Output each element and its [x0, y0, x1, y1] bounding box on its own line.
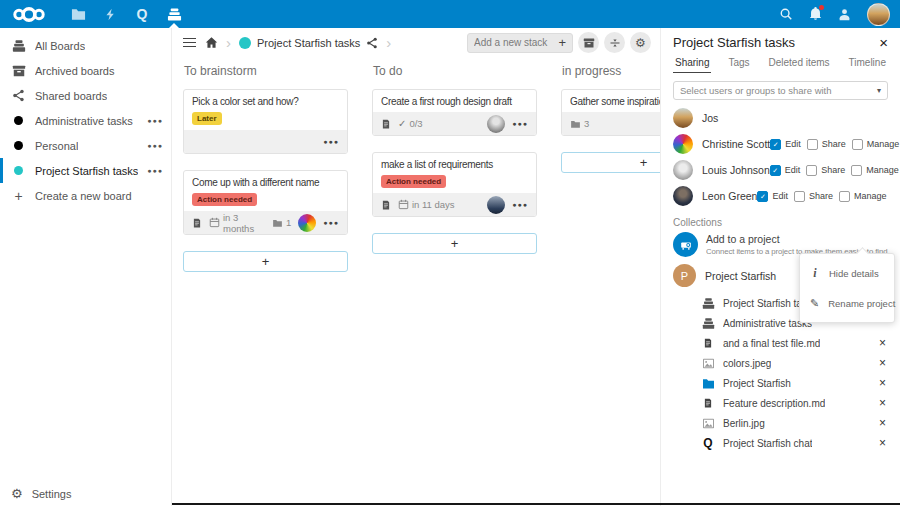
breadcrumb-board[interactable]: Project Starfish tasks: [239, 37, 378, 49]
share-checkbox[interactable]: [794, 191, 805, 202]
close-icon[interactable]: ×: [879, 35, 888, 50]
card[interactable]: Pick a color set and how? Later ●●●: [183, 89, 348, 154]
edit-checkbox[interactable]: ✓: [770, 139, 781, 150]
board-actions-menu[interactable]: ●●●: [147, 117, 163, 124]
edit-checkbox[interactable]: ✓: [757, 191, 768, 202]
share-checkbox[interactable]: [806, 165, 817, 176]
search-button[interactable]: [779, 7, 793, 21]
add-card-button[interactable]: +: [183, 251, 348, 272]
share-icon[interactable]: [366, 37, 378, 49]
settings-button[interactable]: ⚙ Settings: [0, 487, 82, 500]
card-label-action-needed: Action needed: [381, 175, 446, 188]
card[interactable]: Create a first rough design draft ✓ 0/3 …: [372, 89, 537, 136]
tab-tags[interactable]: Tags: [726, 57, 751, 73]
sidebar-item-label: Project Starfish tasks: [35, 165, 138, 177]
manage-checkbox[interactable]: [851, 165, 862, 176]
share-select-input[interactable]: Select users or groups to share with ▾: [673, 81, 888, 100]
board-main: › Project Starfish tasks › Add a new sta…: [172, 28, 660, 506]
remove-resource-icon[interactable]: ×: [879, 417, 886, 429]
contacts-button[interactable]: [838, 8, 851, 21]
sidebar-item-label: Shared boards: [35, 90, 107, 102]
sidebar-item-all-boards[interactable]: All Boards: [0, 33, 171, 58]
card[interactable]: Come up with a different name Action nee…: [183, 170, 348, 235]
resource-row[interactable]: Project Starfish ×: [673, 373, 888, 393]
sharee-list: Jos Christine Scott ✓ Edit Share Manage: [673, 105, 888, 209]
notification-dot: [819, 5, 824, 10]
pencil-icon: ✎: [810, 297, 819, 310]
home-icon[interactable]: [205, 36, 218, 49]
add-to-project-title: Add to a project: [706, 233, 888, 245]
talk-app-button[interactable]: Q: [126, 0, 158, 28]
sharee-row-christine-scott: Christine Scott ✓ Edit Share Manage: [673, 131, 888, 157]
resource-name: and a final test file.md: [723, 338, 820, 349]
resource-row[interactable]: colors.jpeg ×: [673, 353, 888, 373]
remove-resource-icon[interactable]: ×: [879, 337, 886, 349]
sidebar-item-shared-boards[interactable]: Shared boards: [0, 83, 171, 108]
sharee-name: Jos: [702, 112, 718, 124]
settings-label: Settings: [32, 488, 72, 500]
remove-resource-icon[interactable]: ×: [879, 397, 886, 409]
resource-row[interactable]: and a final test file.md ×: [673, 333, 888, 353]
resource-name: Feature description.md: [723, 398, 825, 409]
card-label-action-needed: Action needed: [192, 193, 257, 206]
stack-in-progress: in progress Gather some inspirational m …: [561, 57, 660, 272]
search-icon: [779, 7, 793, 21]
manage-label: Manage: [854, 191, 887, 201]
compact-mode-button[interactable]: [604, 32, 625, 53]
activity-app-button[interactable]: [94, 0, 126, 28]
card-menu-button[interactable]: ●●●: [512, 120, 528, 127]
manage-checkbox[interactable]: [852, 139, 863, 150]
hide-details-menu-item[interactable]: i Hide details: [800, 258, 894, 289]
card-menu-button[interactable]: ●●●: [323, 219, 339, 226]
user-avatar[interactable]: [867, 3, 890, 26]
tab-deleted-items[interactable]: Deleted items: [766, 57, 831, 73]
resource-row[interactable]: Berlin.jpg ×: [673, 413, 888, 433]
archived-cards-button[interactable]: [578, 32, 599, 53]
add-stack-submit-button[interactable]: +: [558, 35, 566, 50]
add-card-button[interactable]: +: [372, 233, 537, 254]
sidebar-item-label: Administrative tasks: [35, 115, 133, 127]
sidebar-item-create-new-board[interactable]: + Create a new board: [0, 183, 171, 208]
remove-resource-icon[interactable]: ×: [879, 437, 886, 449]
window-bottom-edge: [172, 503, 900, 505]
sharee-name: Christine Scott: [702, 138, 770, 150]
share-icon: [11, 89, 26, 102]
card-title: make a list of requirements: [381, 159, 528, 170]
edit-checkbox[interactable]: ✓: [770, 165, 781, 176]
resource-row[interactable]: Feature description.md ×: [673, 393, 888, 413]
resource-row[interactable]: Q Project Starfish chat ×: [673, 433, 888, 453]
deck-icon: [167, 7, 182, 22]
deck-app-button[interactable]: [158, 0, 190, 28]
file-icon: [701, 337, 715, 349]
remove-resource-icon[interactable]: ×: [879, 357, 886, 369]
description-icon: [381, 118, 391, 130]
sidebar-item-project-starfish-tasks[interactable]: Project Starfish tasks ●●●: [0, 158, 171, 183]
card[interactable]: Gather some inspirational m 3: [561, 89, 660, 136]
share-checkbox[interactable]: [807, 139, 818, 150]
menu-toggle-icon[interactable]: [181, 36, 198, 50]
sidebar-item-archived-boards[interactable]: Archived boards: [0, 58, 171, 83]
top-bar: Q: [0, 0, 900, 28]
chevron-right-icon: ›: [226, 35, 231, 50]
manage-checkbox[interactable]: [839, 191, 850, 202]
board-settings-button[interactable]: ⚙: [630, 32, 651, 53]
add-card-button[interactable]: +: [561, 152, 660, 173]
sidebar-item-administrative-tasks[interactable]: Administrative tasks ●●●: [0, 108, 171, 133]
tab-sharing[interactable]: Sharing: [673, 57, 711, 73]
card[interactable]: make a list of requirements Action neede…: [372, 152, 537, 217]
board-actions-menu[interactable]: ●●●: [147, 142, 163, 149]
board-actions-menu[interactable]: ●●●: [147, 167, 163, 174]
files-app-button[interactable]: [62, 0, 94, 28]
notifications-button[interactable]: [809, 7, 822, 21]
card-menu-button[interactable]: ●●●: [323, 138, 339, 145]
nextcloud-logo[interactable]: [12, 6, 46, 23]
card-menu-button[interactable]: ●●●: [512, 201, 528, 208]
manage-label: Manage: [866, 165, 899, 175]
add-stack-input[interactable]: Add a new stack +: [467, 33, 573, 53]
share-label: Share: [821, 165, 845, 175]
remove-resource-icon[interactable]: ×: [879, 377, 886, 389]
rename-project-menu-item[interactable]: ✎ Rename project: [800, 289, 894, 318]
tab-timeline[interactable]: Timeline: [847, 57, 888, 73]
breadcrumb-board-name: Project Starfish tasks: [257, 37, 360, 49]
sidebar-item-personal[interactable]: Personal ●●●: [0, 133, 171, 158]
